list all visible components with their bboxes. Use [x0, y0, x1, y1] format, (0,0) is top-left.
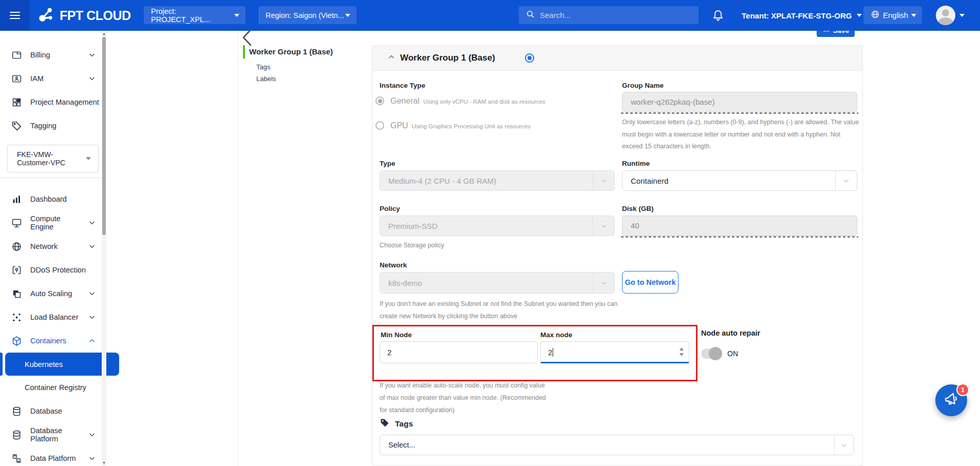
vpc-selector[interactable]: FKE-VMW-Customer-VPC — [7, 145, 99, 172]
chevron-down-icon — [835, 171, 857, 190]
search-placeholder: Search... — [540, 11, 571, 20]
chevron-down-icon — [911, 14, 916, 17]
node-auto-repair-group: Node auto repair ON — [701, 329, 760, 359]
step-down-icon[interactable] — [680, 353, 684, 356]
sidebar-item-label: Container Registry — [25, 383, 86, 392]
chevron-down-icon — [857, 14, 862, 17]
node-auto-repair-state: ON — [727, 350, 738, 358]
worker-group-radio[interactable] — [525, 53, 534, 63]
instance-type-gpu-option[interactable]: GPU Using Graphics Processing Unit as re… — [375, 120, 531, 130]
chevron-down-icon — [88, 290, 96, 297]
region-selector-label: Region: Saigon (Vietn... — [266, 11, 344, 20]
step-up-icon[interactable] — [680, 347, 684, 351]
back-chevron-left-icon[interactable] — [240, 28, 254, 48]
runtime-label: Runtime — [622, 160, 650, 167]
number-stepper[interactable] — [680, 347, 684, 356]
max-node-input[interactable]: 2 — [540, 341, 689, 363]
option-desc: Using Graphics Processing Unit as resour… — [412, 123, 531, 129]
group-name-input[interactable]: worker-q262pkaq-(base) — [622, 92, 857, 112]
sidebar-item-label: Data Platform — [30, 454, 76, 462]
global-search-input[interactable]: Search... — [519, 6, 699, 24]
notifications-bell-icon[interactable] — [712, 9, 724, 22]
toggle-knob — [709, 347, 722, 360]
database-icon — [11, 430, 22, 440]
project-selector-label: Project: PROJECT_XPL... — [151, 7, 234, 24]
search-icon — [526, 10, 535, 21]
tags-select[interactable]: Select... — [380, 435, 854, 455]
instance-type-general-option[interactable]: General Using only vCPU - RAM and disk a… — [375, 95, 545, 106]
policy-value: Premium-SSD — [380, 222, 593, 230]
tag-icon — [380, 418, 390, 430]
chevron-down-icon — [88, 75, 96, 82]
bar-chart-icon — [11, 194, 22, 205]
go-to-network-button[interactable]: Go to Network — [622, 271, 679, 294]
chevron-down-icon — [88, 314, 96, 321]
top-navbar: FPT CLOUD Project: PROJECT_XPL... Region… — [0, 0, 980, 31]
tags-placeholder: Select... — [380, 441, 834, 449]
worker-group-panel: Worker Group 1 (Base) Instance Type Grou… — [372, 45, 863, 466]
toc-labels-link[interactable]: Labels — [256, 75, 276, 83]
chevron-down-icon — [88, 431, 96, 438]
chevron-down-icon — [959, 14, 965, 17]
min-node-label: Min Node — [381, 331, 412, 339]
runtime-value: Containerd — [623, 177, 835, 185]
hamburger-menu-icon[interactable] — [0, 0, 30, 31]
type-label: Type — [380, 160, 395, 167]
scroll-up-icon[interactable]: ▲ — [102, 31, 106, 36]
toc-active-indicator — [243, 45, 245, 59]
sidebar-item-label: DDoS Protection — [30, 266, 86, 274]
option-name: General — [390, 96, 420, 106]
panel-divider — [238, 31, 238, 466]
group-name-helper: Only lowercase letters (a-z), numbers (0… — [622, 116, 859, 153]
sidebar-item-label: Compute Engine — [30, 215, 80, 231]
disk-label: Disk (GB) — [622, 205, 654, 212]
scroll-down-icon[interactable]: ▼ — [102, 460, 106, 465]
sidebar-item-label: Load Balancer — [30, 313, 79, 321]
sidebar-item-label: Database Platform — [30, 426, 80, 443]
notification-badge: 1 — [956, 383, 969, 396]
sidebar-item-label: Dashboard — [30, 195, 67, 203]
node-auto-repair-toggle[interactable] — [701, 348, 721, 359]
project-selector[interactable]: Project: PROJECT_XPL... — [144, 6, 246, 24]
language-label: English — [883, 11, 908, 20]
region-selector[interactable]: Region: Saigon (Vietn... — [258, 6, 356, 24]
min-node-value: 2 — [387, 348, 391, 357]
radio-icon — [375, 121, 384, 130]
toc-worker-group-link[interactable]: Worker Group 1 (Base) — [249, 47, 333, 56]
worker-group-header[interactable]: Worker Group 1 (Base) — [372, 46, 862, 71]
box-icon — [11, 336, 22, 346]
option-name: GPU — [390, 121, 408, 130]
policy-helper: Choose Storage policy — [380, 240, 444, 252]
sidebar-item-label: Tagging — [30, 122, 56, 130]
tag-icon — [11, 121, 22, 131]
sidebar: BillingIAMProject ManagementTagging FKE-… — [0, 31, 123, 466]
type-value: Medium-4 (2 CPU - 4 GB RAM) — [380, 177, 593, 185]
sidebar-scrollbar[interactable]: ▲ ▼ — [102, 31, 106, 466]
user-menu[interactable] — [936, 0, 965, 31]
chevron-down-icon — [234, 14, 239, 17]
min-node-input[interactable]: 2 — [380, 341, 538, 363]
runtime-select[interactable]: Containerd — [622, 170, 857, 191]
language-selector[interactable]: English — [863, 6, 922, 24]
chevron-down-icon — [88, 219, 96, 226]
chevron-down-icon — [86, 157, 91, 160]
node-auto-repair-label: Node auto repair — [701, 329, 760, 337]
toc-tags-link[interactable]: Tags — [256, 63, 270, 71]
radio-icon — [375, 96, 384, 105]
autoscale-helper: If you want enable auto-scale node, you … — [380, 379, 551, 416]
network-helper: If you don't have an existing Subnet or … — [380, 298, 625, 322]
disk-dashed-underline — [621, 236, 858, 238]
logo-text: FPT CLOUD — [60, 8, 131, 23]
sidebar-item-label: Kubernetes — [25, 360, 63, 368]
scrollbar-thumb[interactable] — [102, 37, 106, 235]
megaphone-icon — [943, 391, 959, 410]
logo-molecule-icon — [37, 5, 55, 26]
policy-select: Premium-SSD — [380, 216, 615, 236]
database-icon — [11, 406, 22, 417]
collapse-chevron-up-icon[interactable] — [388, 53, 395, 63]
option-desc: Using only vCPU - RAM and disk as resour… — [423, 99, 545, 105]
type-select: Medium-4 (2 CPU - 4 GB RAM) — [380, 170, 615, 191]
disk-input: 40 — [622, 216, 857, 236]
tenant-selector[interactable]: Tenant: XPLAT-FKE-STG-ORG — [742, 0, 862, 31]
chevron-down-icon — [345, 14, 350, 17]
